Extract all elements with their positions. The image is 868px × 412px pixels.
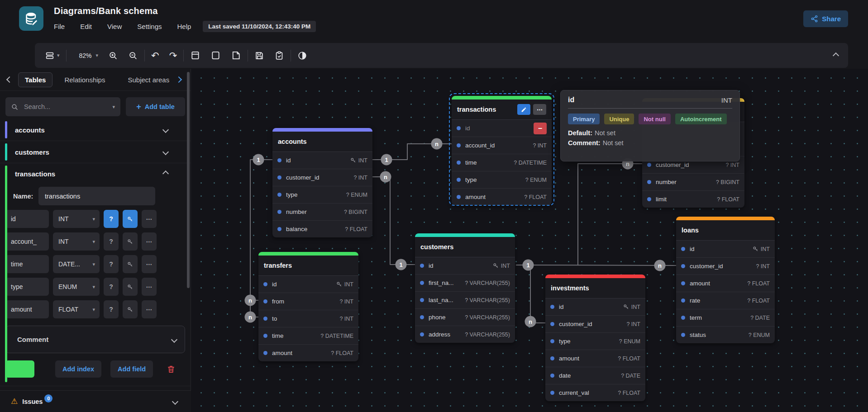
table-header-accounts[interactable]: accounts (272, 132, 372, 152)
redo-button[interactable]: ↷ (169, 51, 177, 60)
tabs-scroll-left-button[interactable] (5, 77, 14, 82)
field-row-accounts-number[interactable]: number? BIGINT (272, 204, 372, 221)
field-row-loans-id[interactable]: idINT (676, 241, 775, 258)
sidebar-table-transactions[interactable]: transactions (0, 163, 191, 184)
table-search[interactable]: ▾ (5, 97, 120, 116)
tabs-scroll-right-button[interactable] (174, 77, 184, 82)
expand-button[interactable] (163, 148, 168, 156)
field-row-accounts-id[interactable]: idINT (272, 152, 372, 169)
field-row-customers-id[interactable]: idINT (415, 257, 515, 275)
menu-settings[interactable]: Settings (137, 23, 162, 30)
issues-expand-button[interactable] (173, 398, 177, 406)
primary-key-toggle-button[interactable] (123, 210, 138, 228)
header-layout-button[interactable]: ▾ (45, 51, 60, 61)
zoom-in-button[interactable] (108, 51, 118, 61)
field-row-transactions-time[interactable]: time? DATETIME (452, 154, 552, 171)
table-more-options-button[interactable]: ⋯ (533, 104, 546, 115)
menu-view[interactable]: View (107, 23, 122, 30)
table-card-transfers[interactable]: transfersidINTfrom? INTto? INTtime? DATE… (258, 252, 358, 361)
field-more-options-button[interactable]: ⋯ (142, 300, 157, 318)
caret-down-icon[interactable]: ▾ (112, 104, 115, 110)
field-row-unnamed-number[interactable]: number? BIGINT (642, 174, 744, 191)
save-button[interactable] (254, 51, 264, 61)
table-name-input[interactable] (38, 187, 155, 205)
field-type-select[interactable]: FLOAT▾ (53, 300, 100, 318)
field-more-options-button[interactable]: ⋯ (142, 278, 157, 296)
primary-key-toggle-button[interactable] (123, 278, 138, 296)
field-row-loans-status[interactable]: status? ENUM (676, 327, 775, 343)
share-button[interactable]: Share (803, 10, 848, 27)
primary-key-toggle-button[interactable] (123, 300, 138, 318)
nullable-toggle-button[interactable]: ? (104, 300, 119, 318)
table-header-transactions[interactable]: transactions⋯ (452, 99, 552, 120)
menu-edit[interactable]: Edit (80, 23, 92, 30)
tab-tables[interactable]: Tables (18, 72, 52, 87)
table-card-transactions[interactable]: transactions⋯id−account_id? INTtime? DAT… (452, 96, 552, 205)
field-type-select[interactable]: DATE...▾ (53, 255, 100, 273)
field-row-customers-first_na...[interactable]: first_na...? VARCHAR(255) (415, 275, 515, 292)
tab-relationships[interactable]: Relationships (58, 73, 111, 87)
menu-file[interactable]: File (54, 23, 65, 30)
field-row-investments-current_val[interactable]: current_val? FLOAT (545, 384, 645, 401)
field-row-transfers-from[interactable]: from? INT (258, 293, 358, 310)
field-row-transactions-amount[interactable]: amount? FLOAT (452, 189, 552, 205)
add-field-button[interactable]: Add field (110, 360, 153, 378)
field-name-input[interactable]: type (5, 278, 49, 296)
undo-button[interactable]: ↶ (151, 51, 159, 60)
collapse-toolbar-button[interactable] (834, 53, 838, 58)
nullable-toggle-button[interactable]: ? (104, 278, 119, 296)
nullable-toggle-button[interactable]: ? (104, 255, 119, 273)
table-card-customers[interactable]: customersidINTfirst_na...? VARCHAR(255)l… (415, 233, 515, 343)
field-row-transactions-id[interactable]: id− (452, 120, 552, 137)
field-row-investments-customer_id[interactable]: customer_id? INT (545, 316, 645, 333)
field-row-investments-id[interactable]: idINT (545, 298, 645, 316)
field-row-transactions-type[interactable]: type? ENUM (452, 171, 552, 189)
table-card-loans[interactable]: loansidINTcustomer_id? INTamount? FLOATr… (676, 217, 775, 343)
comment-section[interactable]: Comment (5, 326, 185, 353)
field-row-investments-date[interactable]: date? DATE (545, 367, 645, 384)
edit-table-button[interactable] (517, 104, 530, 115)
field-row-accounts-type[interactable]: type? ENUM (272, 186, 372, 204)
field-row-customers-last_na...[interactable]: last_na...? VARCHAR(255) (415, 292, 515, 309)
primary-key-toggle-button[interactable] (123, 255, 138, 273)
nullable-toggle-button[interactable]: ? (104, 232, 119, 251)
sidebar-scrollbar[interactable] (187, 72, 190, 288)
todo-button[interactable] (274, 51, 284, 61)
primary-key-toggle-button[interactable] (123, 232, 138, 251)
delete-table-button[interactable] (167, 365, 176, 374)
field-name-input[interactable]: time (5, 255, 49, 273)
field-name-input[interactable]: amount (5, 300, 49, 318)
field-row-customers-address[interactable]: address? VARCHAR(255) (415, 326, 515, 343)
field-type-select[interactable]: ENUM▾ (53, 278, 100, 296)
add-note-tool-button[interactable] (231, 50, 241, 61)
add-table-tool-button[interactable] (190, 50, 200, 61)
zoom-level-dropdown[interactable]: 82% ▾ (73, 52, 99, 59)
field-type-select[interactable]: INT▾ (53, 210, 100, 228)
table-header-investments[interactable]: investments (545, 278, 645, 298)
table-header-loans[interactable]: loans (676, 220, 775, 241)
table-color-swatch[interactable] (5, 360, 34, 378)
table-card-investments[interactable]: investmentsidINTcustomer_id? INTtype? EN… (545, 275, 645, 401)
sidebar-table-customers[interactable]: customers (0, 141, 191, 163)
field-row-transfers-id[interactable]: idINT (258, 276, 358, 293)
table-header-customers[interactable]: customers (415, 237, 515, 257)
field-row-unnamed-limit[interactable]: limit? FLOAT (642, 191, 744, 208)
field-row-investments-type[interactable]: type? ENUM (545, 333, 645, 350)
field-row-transactions-account_id[interactable]: account_id? INT (452, 137, 552, 154)
nullable-toggle-button[interactable]: ? (104, 210, 119, 228)
issues-panel[interactable]: ⚠ Issues 0 (0, 390, 191, 412)
field-row-accounts-balance[interactable]: balance? FLOAT (272, 221, 372, 237)
field-more-options-button[interactable]: ⋯ (142, 255, 157, 273)
field-type-select[interactable]: INT▾ (53, 232, 100, 251)
field-row-loans-rate[interactable]: rate? FLOAT (676, 292, 775, 309)
add-table-button[interactable]: + Add table (126, 97, 185, 116)
field-name-input[interactable]: account_ (5, 232, 49, 251)
field-name-input[interactable]: id (5, 210, 49, 228)
add-area-tool-button[interactable] (210, 50, 221, 61)
menu-help[interactable]: Help (177, 23, 191, 30)
zoom-out-button[interactable] (128, 51, 138, 61)
field-row-transfers-amount[interactable]: amount? FLOAT (258, 345, 358, 361)
expand-button[interactable] (163, 126, 168, 134)
field-more-options-button[interactable]: ⋯ (142, 210, 157, 228)
app-logo[interactable] (19, 6, 43, 31)
